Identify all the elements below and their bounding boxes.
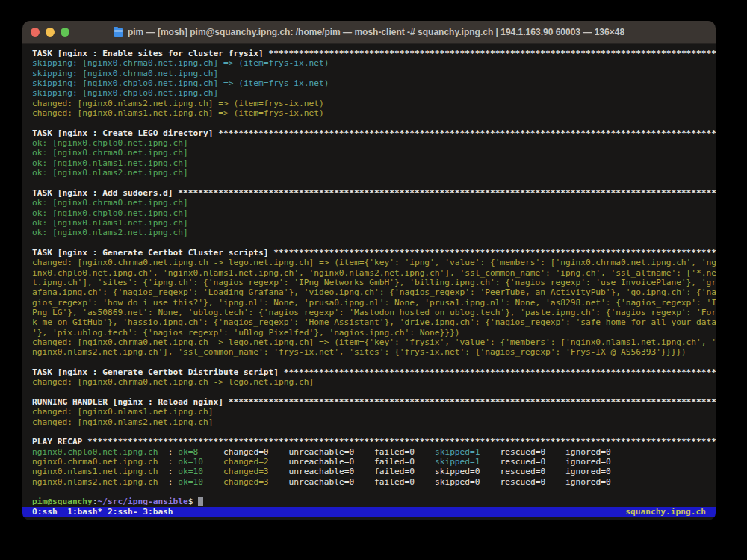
terminal-text-segment: failed=0	[374, 467, 415, 476]
terminal-text-segment: changed=3	[223, 467, 269, 476]
terminal-text-segment: changed=2	[223, 457, 269, 467]
terminal-text-segment: TASK [nginx : Create LEGO directory]	[32, 128, 218, 138]
terminal-line: nginx0.nlams2.net.ipng.ch : ok=10 change…	[32, 477, 716, 487]
terminal-line: nginx0.nlams1.net.ipng.ch : ok=10 change…	[32, 467, 716, 476]
terminal-text-segment: ignored=0	[565, 457, 611, 467]
terminal-text-segment	[269, 477, 289, 487]
terminal-text-segment	[480, 477, 500, 487]
terminal-line: changed: [nginx0.nlams2.net.ipng.ch] => …	[32, 99, 716, 108]
close-button[interactable]	[31, 28, 40, 37]
terminal-line: pim@squanchy:~/src/ipng-ansible$	[32, 497, 716, 506]
terminal-text-segment: unreachable=0	[289, 467, 355, 476]
terminal-text-segment: rescued=0	[500, 447, 546, 457]
tmux-hostname: squanchy.ipng.ch	[625, 507, 706, 517]
terminal-line	[32, 487, 716, 497]
terminal-text-segment: rescued=0	[500, 457, 546, 467]
terminal-text-segment: failed=0	[374, 457, 415, 467]
terminal-text-segment: k me on GitHub'}, 'hassio.ipng.ch': {'na…	[32, 317, 716, 327]
terminal-text-segment: TASK [nginx : Add sudoers.d]	[32, 188, 178, 198]
terminal-text-segment	[480, 467, 500, 476]
terminal-text-segment: skipped=1	[435, 457, 480, 467]
terminal-text-segment: :	[158, 477, 178, 487]
terminal-line: ok: [nginx0.nlams2.net.ipng.ch]	[32, 228, 716, 237]
terminal-text-segment: inx0.chplo0.net.ipng.ch', 'nginx0.nlams1…	[32, 268, 716, 278]
terminal-text-segment: pim@squanchy	[32, 497, 93, 506]
terminal-text-segment: afana.ipng.ch': {'nagios_regexp': 'Loadi…	[32, 287, 716, 297]
traffic-lights	[31, 28, 69, 37]
terminal-output[interactable]: TASK [nginx : Enable sites for cluster f…	[22, 44, 716, 507]
terminal-line: nginx0.chrma0.net.ipng.ch : ok=10 change…	[32, 457, 716, 467]
terminal-line: ok: [nginx0.nlams1.net.ipng.ch]	[32, 218, 716, 228]
terminal-text-segment: ok=10	[178, 457, 203, 467]
terminal-line: TASK [nginx : Generate Certbot Cluster s…	[32, 248, 716, 258]
terminal-text-segment: unreachable=0	[289, 447, 355, 457]
terminal-line: inx0.chplo0.net.ipng.ch', 'nginx0.nlams1…	[32, 268, 716, 278]
terminal-text-segment: changed: [nginx0.nlams1.net.ipng.ch]	[32, 407, 213, 417]
terminal-text-segment: ~/src/ipng-ansible	[98, 497, 188, 506]
terminal-line: changed: [nginx0.nlams1.net.ipng.ch]	[32, 407, 716, 417]
terminal-text-segment: ok: [nginx0.chrma0.net.ipng.ch]	[32, 198, 188, 208]
terminal-line: changed: [nginx0.nlams2.net.ipng.ch]	[32, 417, 716, 427]
terminal-line: skipping: [nginx0.chplo0.net.ipng.ch] =>…	[32, 78, 716, 88]
terminal-line	[32, 358, 716, 367]
terminal-text-segment: PLAY RECAP	[32, 437, 87, 447]
terminal-text-segment	[545, 447, 565, 457]
terminal-line: changed: [nginx0.nlams1.net.ipng.ch] => …	[32, 108, 716, 118]
terminal-text-segment	[203, 477, 223, 487]
terminal-text-segment: ok: [nginx0.nlams2.net.ipng.ch]	[32, 228, 188, 237]
terminal-line: afana.ipng.ch': {'nagios_regexp': 'Loadi…	[32, 287, 716, 297]
terminal-text-segment: changed: [nginx0.nlams1.net.ipng.ch] => …	[32, 108, 324, 118]
terminal-text-segment	[203, 457, 223, 467]
terminal-text-segment	[415, 447, 435, 457]
window-title-text: pim — [mosh] pim@squanchy.ipng.ch: /home…	[128, 27, 624, 37]
terminal-line	[32, 427, 716, 437]
terminal-text-segment: ok: [nginx0.nlams2.net.ipng.ch]	[32, 168, 188, 178]
terminal-line: changed: [nginx0.chrma0.net.ipng.ch -> l…	[32, 377, 716, 387]
terminal-line: Png LG'}, 'as50869.net': None, 'ublog.te…	[32, 308, 716, 317]
terminal-line: nginx0.chplo0.net.ipng.ch : ok=8 changed…	[32, 447, 716, 457]
terminal-line	[32, 118, 716, 128]
terminal-line	[32, 238, 716, 248]
window-titlebar[interactable]: pim — [mosh] pim@squanchy.ipng.ch: /home…	[22, 21, 716, 44]
terminal-text-segment	[354, 447, 374, 457]
terminal-text-segment: ok: [nginx0.chplo0.net.ipng.ch]	[32, 138, 188, 148]
terminal-line: skipping: [nginx0.chrma0.net.ipng.ch] =>…	[32, 58, 716, 68]
terminal-line: ok: [nginx0.chrma0.net.ipng.ch]	[32, 198, 716, 208]
terminal-text-segment: skipping: [nginx0.chrma0.net.ipng.ch]	[32, 69, 218, 78]
terminal-text-segment: ignored=0	[565, 447, 611, 457]
terminal-text-segment: changed: [nginx0.nlams2.net.ipng.ch] => …	[32, 99, 324, 108]
terminal-text-segment	[480, 447, 500, 457]
terminal-text-segment: nginx0.chplo0.net.ipng.ch	[32, 447, 158, 457]
terminal-text-segment: TASK [nginx : Enable sites for cluster f…	[32, 49, 269, 58]
terminal-text-segment	[415, 457, 435, 467]
terminal-text-segment: ****************************************…	[229, 397, 716, 407]
window-title: pim — [mosh] pim@squanchy.ipng.ch: /home…	[22, 21, 716, 43]
terminal-text-segment: changed=0	[223, 447, 269, 457]
terminal-text-segment	[269, 457, 289, 467]
terminal-text-segment: ignored=0	[565, 467, 611, 476]
terminal-text-segment: changed=3	[223, 477, 269, 487]
terminal-text-segment: skipping: [nginx0.chplo0.net.ipng.ch] =>…	[32, 78, 329, 88]
terminal-text-segment: failed=0	[374, 477, 415, 487]
terminal-text-segment: skipped=0	[435, 467, 480, 476]
terminal-text-segment: gios_regexp': 'how do i use this?'}, 'ip…	[32, 298, 716, 308]
terminal-text-segment: TASK [nginx : Generate Certbot Cluster s…	[32, 248, 273, 258]
terminal-line: PLAY RECAP *****************************…	[32, 437, 716, 447]
terminal-text-segment: ****************************************…	[284, 367, 716, 377]
terminal-text-segment: ****************************************…	[178, 188, 716, 198]
terminal-text-segment: unreachable=0	[289, 457, 355, 467]
minimize-button[interactable]	[46, 28, 55, 37]
terminal-line: TASK [nginx : Generate Certbot Distribut…	[32, 367, 716, 377]
terminal-text-segment: rescued=0	[500, 477, 546, 487]
tmux-window-list[interactable]: 0:ssh 1:bash* 2:ssh- 3:bash	[32, 507, 173, 517]
terminal-line: nginx0.nlams2.net.ipng.ch'], 'ssl_common…	[32, 347, 716, 357]
terminal-text-segment: :	[158, 457, 178, 467]
zoom-button[interactable]	[61, 28, 69, 37]
terminal-text-segment	[354, 467, 374, 476]
terminal-text-segment: RUNNING HANDLER [nginx : Reload nginx]	[32, 397, 229, 407]
terminal-text-segment: ok: [nginx0.chrma0.net.ipng.ch]	[32, 148, 188, 158]
terminal-line: ok: [nginx0.chplo0.net.ipng.ch]	[32, 138, 716, 148]
terminal-text-segment: ok: [nginx0.nlams1.net.ipng.ch]	[32, 218, 188, 228]
terminal-line: t.ipng.ch'], 'sites': {'ipng.ch': {'nagi…	[32, 278, 716, 287]
terminal-text-segment: ok=8	[178, 447, 198, 457]
